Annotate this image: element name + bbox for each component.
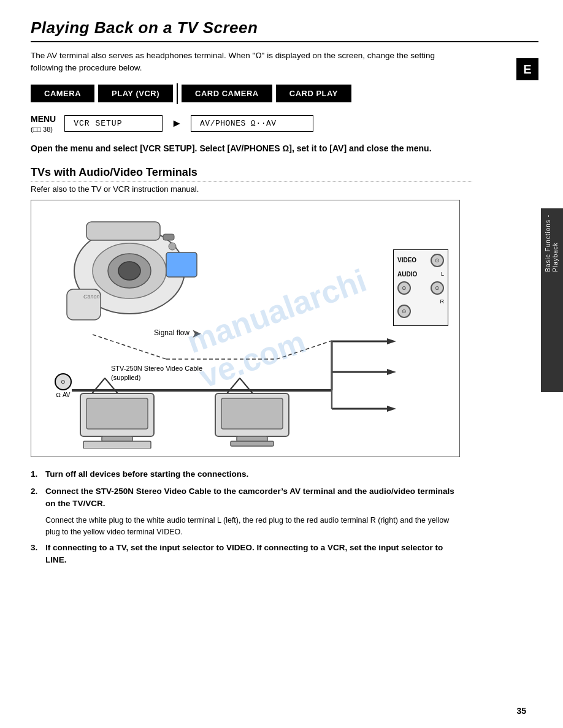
svg-rect-24 — [83, 441, 151, 449]
signal-flow-label: Signal flow ➤ — [154, 326, 202, 341]
audio-label: AUDIO — [397, 271, 417, 278]
camera-svg: Canon — [50, 210, 203, 338]
svg-rect-5 — [86, 222, 160, 240]
item-1-num: 1. — [31, 468, 42, 480]
svg-rect-29 — [237, 436, 267, 441]
list-item-2: 2. Connect the STV-250N Stereo Video Cab… — [31, 485, 538, 510]
camera-button[interactable]: CAMERA — [31, 85, 94, 102]
svg-rect-6 — [166, 252, 197, 277]
menu-label-group: MENU (□□ 38) — [31, 114, 58, 134]
item-3-num: 3. — [31, 542, 42, 554]
audio-r-terminal-row: ⊙ — [397, 305, 444, 318]
diagram-box: manualarchive.com Canon — [31, 200, 460, 457]
svg-point-3 — [118, 262, 140, 280]
menu-setup-box: VCR SETUP — [64, 115, 163, 132]
audio-l-circle-2: ⊙ — [431, 281, 444, 295]
signal-flow-text: Signal flow — [154, 328, 190, 337]
cable-label-line1: STV-250N Stereo Video Cable — [111, 364, 202, 373]
list-item-3: 3. If connecting to a TV, set the input … — [31, 542, 538, 567]
intro-text: The AV terminal also serves as headphone… — [31, 50, 460, 75]
l-label: L — [441, 271, 444, 277]
page-title: Playing Back on a TV Screen — [31, 18, 538, 37]
video-label: VIDEO — [397, 257, 416, 264]
svg-point-8 — [169, 243, 176, 250]
tv-device — [203, 375, 301, 450]
mode-buttons-row: CAMERA PLAY (VCR) CARD CAMERA CARD PLAY — [31, 83, 538, 104]
section-subtext: Refer also to the TV or VCR instruction … — [31, 184, 538, 194]
menu-arrow-icon: ► — [171, 117, 182, 130]
card-camera-button[interactable]: CARD CAMERA — [182, 85, 272, 102]
e-badge: E — [516, 58, 538, 80]
audio-l-circle: ⊙ — [397, 281, 411, 295]
svg-marker-17 — [387, 406, 396, 412]
audio-r-circle: ⊙ — [397, 305, 411, 318]
item-2-subtext: Connect the white plug to the white audi… — [45, 515, 450, 538]
item-1-text: Turn off all devices before starting the… — [45, 468, 248, 480]
camera-illustration: Canon — [50, 210, 209, 344]
item-3-text: If connecting to a TV, set the input sel… — [45, 542, 462, 567]
svg-rect-23 — [102, 436, 132, 441]
menu-ref: (□□ 38) — [31, 126, 53, 133]
tv-svg — [206, 375, 298, 449]
card-play-button[interactable]: CARD PLAY — [276, 85, 351, 102]
section-heading: TVs with Audio/Video Terminals — [31, 166, 472, 182]
signal-arrow-icon: ➤ — [191, 326, 202, 341]
vcr-svg — [71, 375, 163, 449]
title-section: Playing Back on a TV Screen — [31, 18, 538, 42]
menu-instruction: Open the menu and select [VCR SETUP]. Se… — [31, 142, 472, 155]
play-vcr-button[interactable]: PLAY (VCR) — [98, 85, 173, 102]
numbered-list: 1. Turn off all devices before starting … — [31, 468, 538, 567]
right-sidebar: Basic Functions -Playback — [541, 208, 563, 392]
svg-text:Canon: Canon — [83, 294, 100, 300]
svg-rect-22 — [86, 398, 148, 429]
audio-terminal-row: AUDIO L — [397, 271, 444, 278]
page-container: E Playing Back on a TV Screen The AV ter… — [0, 0, 563, 728]
sidebar-text-1: Basic Functions -Playback — [545, 214, 559, 272]
menu-label: MENU — [31, 114, 56, 124]
badge-letter: E — [523, 63, 531, 77]
audio-l-terminal-row: ⊙ ⊙ — [397, 281, 444, 295]
svg-rect-30 — [231, 441, 274, 446]
vcr-device — [68, 375, 166, 450]
svg-line-33 — [277, 341, 332, 359]
tv-terminals-panel: VIDEO ⊙ AUDIO L ⊙ ⊙ R ⊙ — [393, 249, 448, 326]
r-label: R — [397, 298, 444, 305]
video-terminal-row: VIDEO ⊙ — [397, 254, 444, 267]
page-number: 35 — [516, 706, 526, 716]
device-row — [68, 375, 301, 450]
item-2-text: Connect the STV-250N Stereo Video Cable … — [45, 485, 462, 510]
mode-separator — [177, 83, 178, 104]
item-2-num: 2. — [31, 485, 42, 498]
svg-marker-13 — [387, 338, 396, 344]
menu-result-box: AV/PHONES Ω··AV — [191, 115, 313, 132]
video-terminal-circle: ⊙ — [431, 254, 444, 267]
svg-marker-15 — [387, 369, 396, 375]
svg-rect-9 — [163, 234, 174, 240]
menu-row: MENU (□□ 38) VCR SETUP ► AV/PHONES Ω··AV — [31, 114, 538, 134]
list-item-1: 1. Turn off all devices before starting … — [31, 468, 538, 480]
svg-rect-28 — [221, 398, 283, 429]
